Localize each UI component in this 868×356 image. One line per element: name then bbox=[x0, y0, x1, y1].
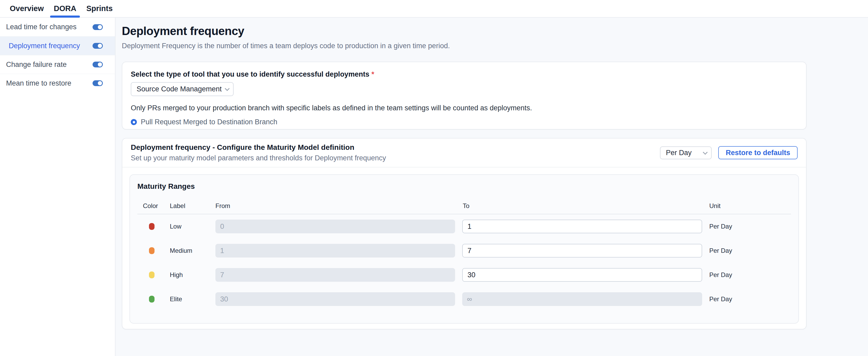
maturity-ranges-title: Maturity Ranges bbox=[137, 182, 791, 191]
deployment-tool-card: Select the type of tool that you use to … bbox=[122, 62, 807, 130]
maturity-card-actions: Per Day Restore to defaults bbox=[660, 146, 798, 159]
tool-type-select-value: Source Code Management bbox=[136, 85, 222, 93]
sidebar-item-mean-time-to-restore[interactable]: Mean time to restore bbox=[0, 74, 115, 93]
restore-defaults-button[interactable]: Restore to defaults bbox=[718, 146, 798, 159]
unit-select[interactable]: Per Day bbox=[660, 146, 712, 159]
to-input-high[interactable] bbox=[462, 268, 702, 282]
sidebar: Lead time for changes Deployment frequen… bbox=[0, 17, 116, 356]
maturity-row-low: Low Per Day bbox=[137, 214, 791, 239]
range-label: Medium bbox=[170, 247, 192, 254]
toggle-knob bbox=[98, 44, 102, 48]
pr-merged-radio-option[interactable]: Pull Request Merged to Destination Branc… bbox=[131, 118, 798, 126]
maturity-ranges-panel: Maturity Ranges Color Label From To Unit… bbox=[129, 174, 799, 324]
color-swatch-elite bbox=[149, 296, 155, 302]
sidebar-item-label: Mean time to restore bbox=[6, 79, 71, 87]
column-header-to: To bbox=[463, 202, 469, 210]
radio-selected-icon[interactable] bbox=[131, 119, 137, 125]
color-swatch-low bbox=[149, 223, 155, 230]
from-input-high bbox=[215, 268, 455, 282]
sidebar-item-lead-time-for-changes[interactable]: Lead time for changes bbox=[0, 17, 115, 36]
tool-type-field-label: Select the type of tool that you use to … bbox=[131, 70, 798, 78]
tab-dora[interactable]: DORA bbox=[54, 0, 76, 17]
tool-type-label-text: Select the type of tool that you use to … bbox=[131, 70, 369, 78]
page-description: Deployment Frequency is the number of ti… bbox=[122, 42, 807, 50]
color-swatch-medium bbox=[149, 247, 155, 254]
from-input-elite bbox=[215, 292, 455, 306]
sidebar-item-label: Change failure rate bbox=[6, 61, 67, 69]
maturity-table-header: Color Label From To Unit bbox=[137, 202, 791, 214]
sidebar-item-label: Lead time for changes bbox=[6, 23, 76, 31]
maturity-card-header-text: Deployment frequency - Configure the Mat… bbox=[131, 143, 386, 162]
unit-select-value: Per Day bbox=[666, 149, 692, 157]
page-title: Deployment frequency bbox=[122, 25, 807, 38]
top-tab-bar: Overview DORA Sprints bbox=[0, 0, 868, 17]
toggle-knob bbox=[98, 62, 102, 67]
column-header-color: Color bbox=[143, 202, 158, 210]
tool-type-select[interactable]: Source Code Management bbox=[131, 82, 234, 96]
chevron-down-icon bbox=[703, 150, 708, 154]
range-label: Elite bbox=[170, 295, 182, 303]
to-input-low[interactable] bbox=[462, 220, 702, 233]
sidebar-item-change-failure-rate[interactable]: Change failure rate bbox=[0, 55, 115, 74]
from-input-medium bbox=[215, 244, 455, 257]
required-asterisk: * bbox=[372, 70, 374, 78]
range-label: High bbox=[170, 271, 183, 279]
column-header-unit: Unit bbox=[709, 202, 721, 210]
to-input-elite bbox=[462, 292, 702, 306]
unit-label: Per Day bbox=[709, 271, 732, 279]
toggle-lead-time-for-changes[interactable] bbox=[93, 24, 103, 30]
maturity-card-subtitle: Set up your maturity model parameters an… bbox=[131, 154, 386, 162]
sidebar-item-label: Deployment frequency bbox=[6, 42, 80, 50]
main-content: Deployment frequency Deployment Frequenc… bbox=[116, 17, 868, 356]
to-input-medium[interactable] bbox=[462, 244, 702, 257]
range-label: Low bbox=[170, 223, 181, 230]
toggle-deployment-frequency[interactable] bbox=[93, 43, 103, 49]
unit-label: Per Day bbox=[709, 223, 732, 230]
app-root: Overview DORA Sprints Lead time for chan… bbox=[0, 0, 868, 356]
maturity-card-title: Deployment frequency - Configure the Mat… bbox=[131, 143, 386, 152]
unit-label: Per Day bbox=[709, 247, 732, 254]
maturity-model-card: Deployment frequency - Configure the Mat… bbox=[122, 138, 807, 329]
maturity-row-medium: Medium Per Day bbox=[137, 239, 791, 263]
toggle-mean-time-to-restore[interactable] bbox=[93, 80, 103, 86]
maturity-row-elite: Elite Per Day bbox=[137, 287, 791, 311]
radio-option-label: Pull Request Merged to Destination Branc… bbox=[141, 118, 277, 126]
column-header-label: Label bbox=[170, 202, 185, 210]
maturity-row-high: High Per Day bbox=[137, 263, 791, 287]
tab-overview[interactable]: Overview bbox=[10, 0, 44, 17]
column-header-from: From bbox=[215, 202, 230, 210]
unit-label: Per Day bbox=[709, 295, 732, 303]
tab-sprints[interactable]: Sprints bbox=[86, 0, 113, 17]
toggle-knob bbox=[98, 25, 102, 29]
maturity-card-header: Deployment frequency - Configure the Mat… bbox=[122, 139, 806, 168]
chevron-down-icon bbox=[225, 86, 229, 91]
sidebar-item-deployment-frequency[interactable]: Deployment frequency bbox=[0, 36, 115, 55]
color-swatch-high bbox=[149, 272, 155, 278]
toggle-change-failure-rate[interactable] bbox=[93, 62, 103, 67]
from-input-low bbox=[215, 220, 455, 233]
deployments-note: Only PRs merged to your production branc… bbox=[131, 104, 798, 112]
toggle-knob bbox=[98, 81, 102, 85]
